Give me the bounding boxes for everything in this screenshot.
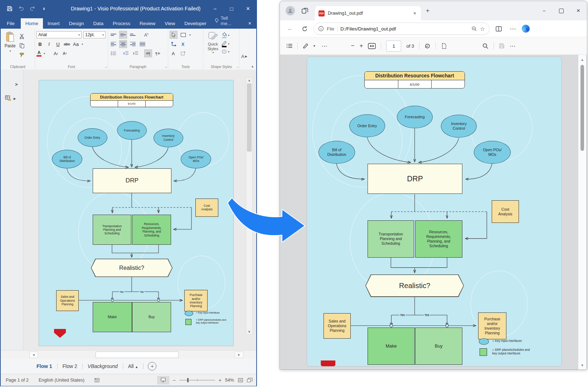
url-text[interactable]: D:/Files/Drawing1_out.pdf	[340, 26, 468, 32]
align-bottom-icon[interactable]	[129, 31, 137, 39]
scroll-up-icon[interactable]: ▲	[246, 78, 252, 82]
fit-page-icon[interactable]	[238, 378, 243, 383]
pdf-scrollbar-thumb[interactable]	[580, 65, 584, 151]
strikethrough-button[interactable]: abc	[63, 40, 71, 48]
flowchart-title-block[interactable]: Distribution Resources Flowchart 6/1/00	[90, 93, 173, 107]
pdf-zoom-out-icon[interactable]: −	[351, 42, 355, 49]
favorite-star-icon[interactable]: ☆	[480, 25, 485, 32]
draw-pen-dropdown-icon[interactable]: ▾	[314, 44, 315, 48]
pdf-zoom-in-icon[interactable]: +	[359, 42, 363, 49]
cut-icon[interactable]	[18, 32, 26, 40]
tab-process[interactable]: Process	[108, 18, 135, 29]
align-left-icon[interactable]	[110, 40, 117, 48]
copilot-icon[interactable]	[522, 25, 530, 33]
switch-windows-icon[interactable]	[247, 378, 253, 383]
expand-shapes-icon[interactable]: >	[15, 82, 18, 87]
increase-indent-icon[interactable]	[132, 49, 140, 57]
align-top-icon[interactable]	[110, 31, 117, 39]
tab-data[interactable]: Data	[89, 18, 108, 29]
refresh-icon[interactable]	[299, 23, 310, 34]
connector-tool-icon[interactable]	[170, 40, 178, 48]
zoom-slider[interactable]	[179, 380, 215, 381]
draw-pen-icon[interactable]	[303, 43, 308, 49]
zoom-in-icon[interactable]: +	[219, 377, 222, 383]
rotate-icon[interactable]	[424, 43, 431, 49]
table-of-contents-icon[interactable]	[286, 43, 292, 48]
node-order-entry[interactable]: Order Entry	[78, 128, 107, 147]
freeform-tool-icon[interactable]	[179, 49, 186, 57]
node-open-pos-mos[interactable]: Open POs/ MOs	[181, 150, 211, 168]
node-realistic[interactable]: Realistic?	[91, 259, 172, 277]
bullets-icon[interactable]	[110, 49, 117, 57]
page-tab-all[interactable]: All ▲	[124, 361, 142, 371]
change-case-button[interactable]: Aa	[72, 40, 79, 48]
shrink-font-button[interactable]: A▾	[61, 50, 68, 57]
arrange-expand-icon[interactable]: ▶	[245, 55, 247, 58]
node-cost-analysis[interactable]: Cost Analysis	[195, 199, 218, 217]
status-language[interactable]: English (United States)	[34, 378, 89, 383]
horizontal-scrollbar-thumb[interactable]	[96, 352, 179, 358]
horizontal-scrollbar[interactable]: ◄ ►	[1, 350, 256, 359]
justify-icon[interactable]	[139, 40, 146, 48]
node-make[interactable]: Make	[93, 302, 132, 332]
zoom-level[interactable]: 54%	[225, 378, 234, 383]
browser-tab-active[interactable]: PDF Drawing1_out.pdf ×	[315, 6, 421, 20]
fill-color-button[interactable]: ▾	[221, 32, 229, 39]
toolbar-more-icon[interactable]: ⋯	[322, 43, 327, 49]
italic-button[interactable]: I	[45, 40, 53, 48]
close-button[interactable]: ×	[570, 4, 587, 17]
font-color-button[interactable]: A	[37, 51, 42, 57]
format-painter-icon[interactable]	[18, 51, 26, 59]
insert-page-button[interactable]: +	[148, 362, 156, 371]
collapse-ribbon-icon[interactable]: ▴	[252, 64, 253, 68]
tab-developer[interactable]: Developer	[180, 18, 211, 29]
settings-more-icon[interactable]: ⋯	[507, 23, 518, 34]
paste-button[interactable]: Paste ▾	[2, 30, 18, 62]
zoom-out-page-icon[interactable]	[471, 26, 477, 32]
rectangle-tool-icon[interactable]	[179, 31, 187, 39]
align-center-icon[interactable]	[119, 40, 127, 48]
underline-button[interactable]: U	[54, 40, 62, 48]
tab-view[interactable]: View	[160, 18, 180, 29]
status-page-indicator[interactable]: Page 1 of 2	[1, 378, 34, 383]
page-number-input[interactable]	[386, 40, 401, 52]
fit-to-width-icon[interactable]	[368, 43, 376, 49]
scroll-right-icon[interactable]: ►	[235, 352, 243, 358]
stencil-icon[interactable]: ▶	[5, 95, 16, 102]
node-bill-of-distribution[interactable]: Bill of Distribution	[52, 150, 82, 168]
page-tab-vbackground[interactable]: VBackground	[83, 361, 122, 371]
quick-styles-button[interactable]: Quick Styles ▾	[205, 30, 221, 54]
zoom-slider-thumb[interactable]	[187, 378, 189, 382]
tab-file[interactable]: File	[1, 18, 21, 29]
redo-icon[interactable]	[29, 5, 36, 12]
presentation-mode-icon[interactable]	[157, 376, 169, 384]
copy-icon[interactable]	[18, 42, 26, 49]
macro-record-icon[interactable]	[89, 378, 105, 382]
node-sales-ops[interactable]: Sales and Operations Planning	[56, 290, 79, 311]
grow-font-button[interactable]: A▴	[52, 50, 59, 57]
align-middle-icon[interactable]	[119, 31, 127, 39]
connection-point-tool-icon[interactable]: X	[179, 40, 186, 48]
tell-me-box[interactable]: Tell me...	[211, 13, 243, 29]
split-screen-icon[interactable]	[493, 23, 504, 34]
maximize-button[interactable]	[553, 4, 570, 17]
text-direction-ltr-icon[interactable]: ¶	[144, 49, 152, 57]
save-icon[interactable]	[6, 5, 13, 12]
shape-effects-button[interactable]: ▾	[221, 49, 229, 54]
search-icon[interactable]	[482, 43, 489, 49]
node-forecasting[interactable]: Forecasting	[117, 121, 147, 140]
text-rotate-icon[interactable]: A	[142, 31, 150, 39]
undo-icon[interactable]	[18, 5, 24, 12]
text-direction-rtl-icon[interactable]: ¶	[154, 49, 162, 57]
minimize-button[interactable]: −	[535, 4, 553, 17]
node-resources[interactable]: Resources, Requirements, Planning, and S…	[132, 215, 171, 245]
node-buy[interactable]: Buy	[132, 302, 171, 332]
page-tab-flow1[interactable]: Flow 1	[32, 361, 57, 371]
zoom-out-icon[interactable]: −	[173, 377, 176, 383]
save-icon[interactable]	[499, 43, 505, 49]
bold-button[interactable]: B	[37, 40, 44, 48]
pdf-vertical-scrollbar[interactable]: ▲ ▼	[578, 55, 586, 370]
node-inventory-control[interactable]: Inventory Control	[154, 129, 183, 147]
font-name-combobox[interactable]: Arial ▾	[37, 31, 82, 38]
node-purchase[interactable]: Purchase and/or Inventory Planning	[184, 290, 208, 312]
